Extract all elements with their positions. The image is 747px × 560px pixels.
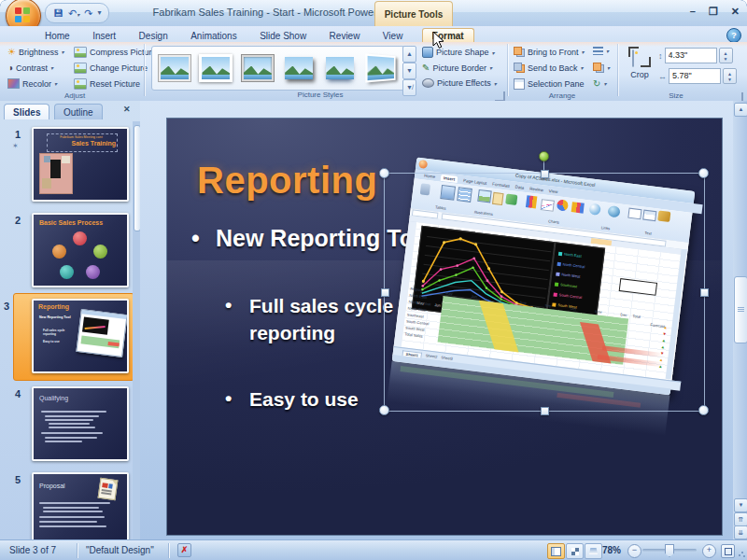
group-label-adjust: Adjust: [6, 91, 144, 100]
scroll-down-button[interactable]: ▼: [734, 498, 747, 512]
picture-styles-gallery: [151, 46, 405, 91]
gallery-scroll-down[interactable]: ▼: [402, 63, 416, 79]
animation-indicator-icon: ✶: [12, 142, 19, 150]
resize-handle-top-right[interactable]: [698, 168, 709, 178]
view-shortcuts: [547, 543, 602, 559]
zoom-in-button[interactable]: +: [702, 544, 716, 558]
slide-3-title: Reporting: [38, 303, 69, 310]
zoom-level[interactable]: 78%: [602, 545, 621, 555]
recolor-button[interactable]: Recolor▾: [7, 78, 57, 89]
slide-thumbnail-1[interactable]: Fabrikam Sales Meeting cont Sales Traini…: [32, 127, 129, 202]
scroll-up-button[interactable]: ▲: [734, 103, 747, 117]
picture-style-3[interactable]: [238, 49, 277, 87]
normal-view-button[interactable]: [547, 543, 565, 559]
shape-width-icon: ↔: [658, 72, 667, 81]
resize-handle-top[interactable]: [541, 170, 549, 178]
rotate-handle[interactable]: [539, 151, 549, 161]
align-button[interactable]: ▾: [593, 47, 609, 55]
slide-5-document-icon: [98, 478, 119, 500]
shape-height-icon: ↕: [658, 51, 663, 61]
scrollbar-thumb[interactable]: [734, 276, 747, 343]
maximize-button[interactable]: ❐: [709, 6, 718, 18]
zoom-slider-thumb[interactable]: [665, 544, 674, 557]
spell-check-icon[interactable]: ✗: [177, 543, 191, 557]
group-objects-button[interactable]: ▾: [593, 63, 610, 73]
zoom-out-button[interactable]: −: [627, 544, 641, 558]
excel-office-button-icon: [418, 160, 428, 169]
resize-handle-right[interactable]: [700, 288, 709, 297]
tab-slides[interactable]: Slides: [4, 104, 49, 119]
panel-scrollbar-thumb[interactable]: [134, 125, 140, 231]
send-to-back-button[interactable]: Send to Back▾: [514, 63, 584, 73]
tab-home[interactable]: Home: [35, 29, 79, 43]
slide-3-number: 3: [4, 301, 9, 312]
resize-grip[interactable]: [738, 550, 745, 557]
slide-show-view-button[interactable]: [585, 543, 602, 559]
tab-format[interactable]: Format: [422, 28, 474, 43]
reset-picture-button[interactable]: Reset Picture: [74, 78, 140, 90]
close-panel-icon[interactable]: ✕: [123, 105, 131, 114]
slide-thumbnail-5[interactable]: Proposal: [32, 472, 129, 539]
theme-name[interactable]: "Default Design": [86, 545, 154, 555]
previous-slide-button[interactable]: ⇈: [734, 512, 747, 526]
slide-thumbnail-3[interactable]: Reporting New Reporting Tool Full sales …: [32, 299, 129, 373]
gallery-scroll-up[interactable]: ▲: [402, 46, 416, 63]
save-icon[interactable]: 💾︎: [53, 8, 63, 19]
crop-button[interactable]: [628, 46, 651, 68]
resize-handle-bottom[interactable]: [541, 407, 549, 415]
align-icon: [593, 47, 603, 55]
slide-1-number: 1: [15, 129, 21, 140]
bring-to-front-button[interactable]: Bring to Front▾: [514, 47, 585, 57]
picture-effects-button[interactable]: Picture Effects▾: [422, 78, 497, 88]
slide-indicator: Slide 3 of 7: [9, 545, 56, 555]
redo-icon[interactable]: ↷: [84, 8, 92, 19]
minimize-button[interactable]: –: [690, 6, 696, 18]
tab-view[interactable]: View: [374, 29, 413, 43]
help-button[interactable]: ?: [726, 28, 741, 43]
shape-height-input[interactable]: [665, 48, 717, 63]
resize-handle-bottom-left[interactable]: [379, 405, 389, 415]
tab-animations[interactable]: Animations: [181, 29, 246, 43]
compress-pictures-button[interactable]: Compress Pictures: [74, 47, 161, 58]
powerpoint-window: 💾︎ ↶▾ ↷ ▾ Fabrikam Sales Training - Star…: [0, 0, 747, 560]
contrast-button[interactable]: ◑ Contrast▾: [7, 63, 53, 73]
slide-thumbnail-2[interactable]: Basic Sales Process: [32, 213, 129, 287]
resize-handle-top-left[interactable]: [379, 168, 389, 178]
resize-handle-left[interactable]: [381, 288, 389, 297]
undo-icon[interactable]: ↶▾: [68, 8, 79, 19]
tab-insert[interactable]: Insert: [83, 29, 125, 43]
picture-border-button[interactable]: ✎ Picture Border▾: [422, 63, 492, 73]
change-picture-button[interactable]: Change Picture: [74, 63, 148, 74]
resize-handle-bottom-right[interactable]: [698, 405, 709, 415]
qat-customize-icon[interactable]: ▾: [97, 9, 101, 17]
shape-width-input[interactable]: [669, 68, 721, 84]
slide-title[interactable]: Reporting: [197, 160, 377, 202]
fit-to-window-button[interactable]: [721, 544, 735, 558]
tab-slide-show[interactable]: Slide Show: [250, 29, 316, 43]
picture-style-6[interactable]: [362, 49, 402, 87]
brightness-button[interactable]: ☀ Brightness▾: [7, 47, 64, 57]
group-objects-icon: [593, 63, 604, 73]
shape-height-spinner[interactable]: ▲▼: [719, 48, 733, 63]
picture-style-2[interactable]: [196, 49, 235, 87]
picture-style-1[interactable]: [155, 49, 194, 87]
next-slide-button[interactable]: ⇊: [734, 525, 747, 539]
picture-style-4[interactable]: [279, 49, 318, 87]
selection-pane-button[interactable]: Selection Pane: [514, 78, 585, 90]
slide-3-picture-preview: [76, 309, 127, 357]
panel-scrollbar[interactable]: [133, 121, 140, 539]
slide-sorter-view-button[interactable]: [566, 543, 584, 559]
picture-style-5[interactable]: [320, 49, 359, 87]
tab-outline[interactable]: Outline: [54, 104, 103, 119]
slide-canvas[interactable]: Reporting • New Reporting Tool • Full sa…: [166, 118, 723, 536]
slide-thumbnail-4[interactable]: Qualifying: [32, 386, 129, 461]
shape-width-spinner[interactable]: ▲▼: [723, 68, 737, 84]
main-vertical-scrollbar[interactable]: ▲ ▼ ⇈ ⇊: [733, 101, 747, 539]
ribbon-tab-row: Home Insert Design Animations Slide Show…: [0, 26, 747, 42]
close-button[interactable]: ✕: [731, 6, 740, 18]
tab-review[interactable]: Review: [320, 29, 370, 43]
slide-5-number: 5: [15, 474, 21, 485]
rotate-button[interactable]: ↻▾: [593, 78, 606, 89]
tab-design[interactable]: Design: [130, 29, 177, 43]
compress-pictures-icon: [74, 47, 87, 58]
